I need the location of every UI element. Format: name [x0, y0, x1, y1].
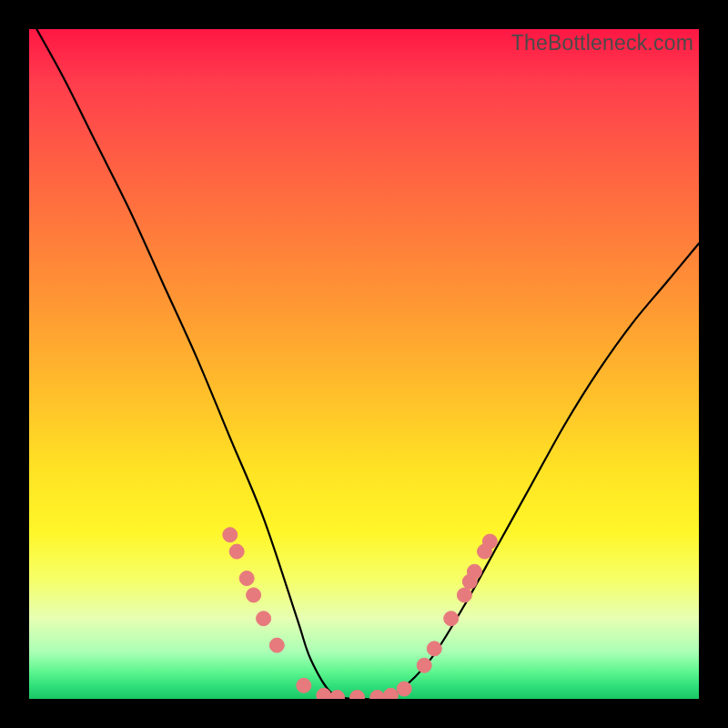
curve-layer: [29, 29, 699, 699]
data-marker: [257, 612, 271, 626]
data-marker: [370, 691, 385, 700]
data-marker: [417, 658, 431, 672]
chart-frame: TheBottleneck.com: [0, 0, 728, 728]
data-marker: [397, 682, 411, 696]
plot-area: TheBottleneck.com: [29, 29, 699, 699]
data-marker: [457, 588, 471, 602]
data-marker: [330, 691, 345, 700]
data-marker: [297, 678, 311, 693]
marker-group: [223, 528, 498, 699]
data-marker: [317, 688, 331, 699]
data-marker: [239, 571, 254, 586]
data-marker: [269, 638, 284, 652]
data-marker: [350, 691, 365, 700]
data-marker: [467, 564, 481, 579]
data-marker: [482, 534, 497, 549]
data-marker: [427, 642, 441, 656]
bottleneck-curve-path: [29, 29, 699, 699]
data-marker: [247, 588, 261, 602]
data-marker: [444, 612, 459, 626]
data-marker: [229, 544, 244, 559]
data-marker: [223, 528, 238, 542]
data-marker: [383, 688, 398, 699]
